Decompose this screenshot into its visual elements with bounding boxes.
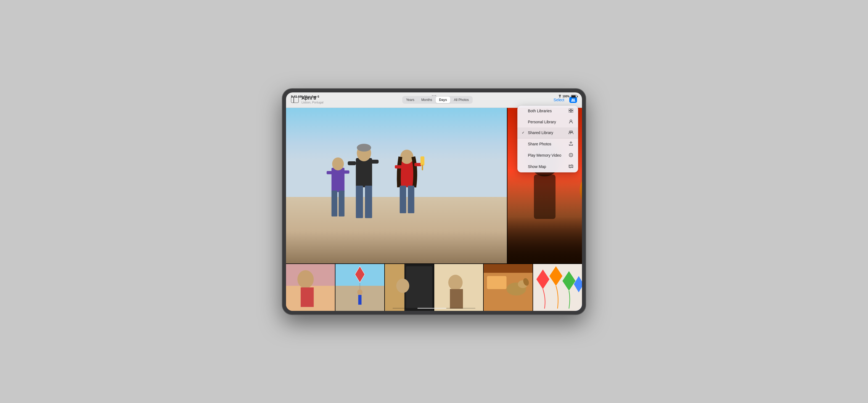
svg-rect-45 [450, 289, 463, 308]
svg-rect-23 [400, 186, 406, 213]
both-libraries-icon [568, 109, 574, 113]
photo-thumb-2[interactable] [335, 264, 384, 311]
wifi-icon [559, 95, 561, 98]
svg-point-59 [571, 131, 572, 132]
svg-point-32 [297, 270, 314, 288]
personal-library-left: Personal Library [522, 120, 556, 124]
play-memory-label: Play Memory Video [528, 153, 561, 158]
svg-rect-20 [414, 163, 422, 166]
show-map-checkmark [522, 165, 526, 169]
share-photos-left: Share Photos [522, 142, 551, 146]
svg-rect-13 [327, 171, 333, 174]
svg-rect-21 [421, 157, 424, 166]
status-date: Mon Jun 6 [304, 95, 319, 98]
share-photos-icon [568, 141, 574, 147]
play-memory-checkmark [522, 154, 526, 157]
show-map-icon [568, 164, 574, 169]
svg-rect-9 [356, 186, 363, 218]
svg-rect-8 [369, 160, 378, 163]
hero-scene [286, 108, 507, 263]
photo-thumb-3[interactable] [385, 264, 434, 311]
svg-point-12 [332, 157, 344, 170]
dropdown-section-actions: Share Photos Play Me [517, 138, 578, 172]
both-libraries-left: Both Libraries [522, 109, 552, 113]
svg-rect-17 [400, 161, 414, 187]
battery-icon [571, 95, 577, 98]
svg-rect-14 [343, 170, 349, 173]
show-map-left: Show Map [522, 164, 546, 169]
photo-thumb-4[interactable] [434, 264, 483, 311]
photo-thumb-5[interactable] [484, 264, 533, 311]
shared-library-label: Shared Library [528, 131, 553, 135]
shared-library-left: ✓ Shared Library [522, 131, 553, 135]
dropdown-section-libraries: Both Libraries [517, 106, 578, 138]
svg-rect-3 [286, 197, 507, 263]
both-libraries-checkmark [522, 109, 526, 113]
dropdown-item-play-memory[interactable]: Play Memory Video [517, 150, 578, 161]
status-bar: 9:41 AM Mon Jun 6 100% [286, 92, 582, 101]
shared-library-icon [568, 131, 574, 135]
dropdown-item-both-libraries[interactable]: Both Libraries [517, 106, 578, 116]
svg-rect-27 [534, 174, 556, 219]
scroll-track [393, 308, 475, 309]
svg-rect-2 [286, 108, 507, 197]
nav-location: Lisbon, Portugal [302, 101, 323, 104]
svg-rect-56 [571, 111, 573, 112]
dropdown-item-share-photos[interactable]: Share Photos [517, 138, 578, 150]
show-map-label: Show Map [528, 164, 546, 169]
dropdown-item-personal-library[interactable]: Personal Library [517, 116, 578, 128]
shared-library-checkmark: ✓ [522, 131, 526, 135]
dropdown-item-shared-library[interactable]: ✓ Shared Library [517, 128, 578, 138]
svg-rect-24 [408, 186, 414, 213]
svg-rect-7 [348, 161, 356, 165]
svg-point-44 [448, 274, 463, 290]
svg-rect-10 [365, 186, 372, 218]
play-memory-left: Play Memory Video [522, 153, 561, 158]
svg-rect-53 [569, 109, 571, 110]
personal-library-checkmark [522, 120, 526, 124]
hero-svg [286, 108, 507, 263]
ipad-frame: 9:41 AM Mon Jun 6 100% [282, 89, 586, 315]
svg-rect-22 [422, 164, 423, 170]
personal-library-icon [568, 120, 574, 125]
dropdown-menu: Both Libraries [517, 106, 578, 172]
svg-rect-38 [359, 295, 362, 305]
svg-point-28 [580, 171, 582, 209]
play-memory-icon [568, 153, 574, 158]
svg-rect-11 [332, 168, 345, 192]
share-photos-checkmark [522, 142, 526, 146]
device-wrapper: 9:41 AM Mon Jun 6 100% [282, 89, 586, 315]
status-time: 9:41 AM [291, 95, 303, 98]
both-libraries-label: Both Libraries [528, 109, 552, 113]
battery-fill [571, 95, 576, 97]
svg-rect-55 [569, 111, 571, 112]
dropdown-item-show-map[interactable]: Show Map [517, 161, 578, 172]
photo-strip [286, 264, 582, 311]
scroll-thumb [417, 308, 446, 309]
svg-rect-54 [571, 109, 573, 110]
svg-rect-33 [301, 288, 314, 307]
svg-point-37 [357, 289, 363, 295]
photo-hero[interactable] [286, 108, 507, 263]
ipad-screen: 9:41 AM Mon Jun 6 100% [286, 92, 582, 311]
svg-point-42 [396, 278, 409, 293]
personal-library-label: Personal Library [528, 120, 556, 124]
svg-point-58 [569, 131, 571, 132]
share-photos-label: Share Photos [528, 142, 551, 146]
svg-rect-16 [339, 190, 345, 216]
svg-point-18 [400, 149, 413, 164]
svg-rect-15 [332, 190, 337, 216]
photo-thumb-6[interactable] [533, 264, 582, 311]
svg-rect-41 [406, 266, 432, 308]
photo-thumb-1[interactable] [286, 264, 335, 311]
svg-rect-19 [395, 165, 402, 168]
battery-percent: 100% [562, 95, 569, 98]
svg-point-6 [357, 144, 371, 152]
svg-rect-48 [487, 276, 506, 289]
